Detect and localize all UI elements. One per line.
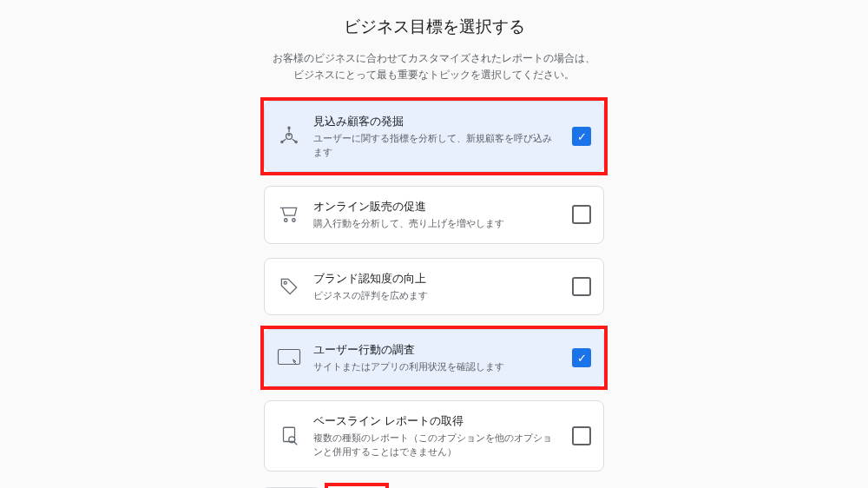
option-text: 見込み顧客の発掘 ユーザーに関する指標を分析して、新規顧客を呼び込みます <box>313 114 560 159</box>
svg-point-11 <box>284 281 286 284</box>
option-brand[interactable]: ブランド認知度の向上 ビジネスの評判を広めます <box>264 258 604 315</box>
svg-rect-12 <box>279 350 300 365</box>
subtitle-line: お客様のビジネスに合わせてカスタマイズされたレポートの場合は、 <box>273 50 595 67</box>
svg-line-15 <box>294 442 297 445</box>
checkbox-icon[interactable] <box>572 426 591 445</box>
option-text: ユーザー行動の調査 サイトまたはアプリの利用状況を確認します <box>313 342 560 373</box>
page-root: ビジネス目標を選択する お客様のビジネスに合わせてカスタマイズされたレポートの場… <box>0 0 868 488</box>
page-subtitle: お客様のビジネスに合わせてカスタマイズされたレポートの場合は、 ビジネスにとって… <box>273 50 595 83</box>
option-sales[interactable]: オンライン販売の促進 購入行動を分析して、売り上げを増やします <box>264 186 604 243</box>
option-title: ユーザー行動の調査 <box>313 342 560 358</box>
option-text: オンライン販売の促進 購入行動を分析して、売り上げを増やします <box>313 199 560 230</box>
option-desc: ビジネスの評判を広めます <box>313 289 560 302</box>
option-title: オンライン販売の促進 <box>313 199 560 214</box>
display-icon <box>277 346 301 370</box>
leads-icon <box>277 124 301 148</box>
svg-point-1 <box>288 134 291 136</box>
option-behavior[interactable]: ユーザー行動の調査 サイトまたはアプリの利用状況を確認します ✓ <box>264 329 604 386</box>
option-title: ベースライン レポートの取得 <box>313 413 560 429</box>
option-title: ブランド認知度の向上 <box>313 271 560 287</box>
checkbox-checked-icon[interactable]: ✓ <box>572 127 591 146</box>
svg-point-10 <box>293 219 295 221</box>
checkbox-icon[interactable] <box>572 277 591 296</box>
svg-point-9 <box>284 219 286 221</box>
option-leads[interactable]: 見込み顧客の発掘 ユーザーに関する指標を分析して、新規顧客を呼び込みます ✓ <box>264 101 604 172</box>
options-list: 見込み顧客の発掘 ユーザーに関する指標を分析して、新規顧客を呼び込みます ✓ オ… <box>264 101 604 472</box>
cart-icon <box>277 202 301 227</box>
option-desc: 複数の種類のレポート（このオプションを他のオプションと併用することはできません） <box>313 432 560 458</box>
option-text: ブランド認知度の向上 ビジネスの評判を広めます <box>313 271 560 302</box>
option-desc: ユーザーに関する指標を分析して、新規顧客を呼び込みます <box>313 132 560 159</box>
option-baseline[interactable]: ベースライン レポートの取得 複数の種類のレポート（このオプションを他のオプショ… <box>264 400 604 472</box>
option-text: ベースライン レポートの取得 複数の種類のレポート（このオプションを他のオプショ… <box>313 413 560 458</box>
checkbox-icon[interactable] <box>572 205 591 224</box>
page-title: ビジネス目標を選択する <box>344 16 525 38</box>
report-search-icon <box>277 424 301 448</box>
checkbox-checked-icon[interactable]: ✓ <box>572 348 591 367</box>
tag-icon <box>277 274 301 299</box>
subtitle-line: ビジネスにとって最も重要なトピックを選択してください。 <box>273 67 595 83</box>
option-title: 見込み顧客の発掘 <box>313 114 560 129</box>
option-desc: サイトまたはアプリの利用状況を確認します <box>313 360 560 373</box>
option-desc: 購入行動を分析して、売り上げを増やします <box>313 217 560 230</box>
